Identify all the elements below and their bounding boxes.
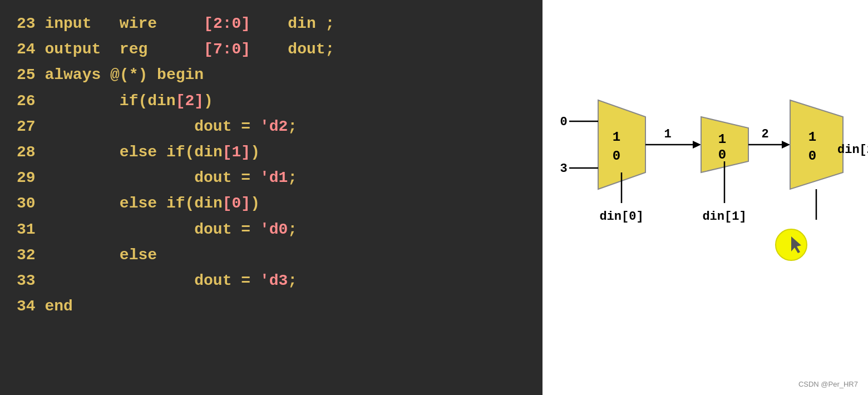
bracket-28: [1] [223, 140, 250, 165]
keyword-wire: wire [120, 11, 157, 37]
line-num-23: 23 [17, 11, 45, 37]
keyword-if-26: if [120, 88, 139, 114]
line-num-27: 27 [17, 114, 45, 140]
code-panel: 23 input wire [2:0] din ; 24 output reg … [0, 0, 542, 395]
keyword-end: end [45, 294, 72, 319]
line-num-33: 33 [17, 268, 45, 294]
line-num-24: 24 [17, 37, 45, 62]
bracket-30: [0] [223, 191, 250, 216]
mux1-bot-label: 0 [613, 149, 620, 164]
label-din1: din[1] [702, 210, 746, 224]
keyword-input: input [45, 11, 91, 37]
label-din2: din[2] [837, 143, 868, 157]
line-num-25: 25 [17, 62, 45, 88]
bracket-23: [2:0] [204, 11, 250, 37]
code-line-25: 25 always @(*) begin [17, 62, 526, 88]
keyword-always: always [45, 62, 101, 88]
code-line-26: 26 if (din [2] ) [17, 88, 526, 114]
keyword-else-30: else [120, 191, 157, 216]
bracket-24: [7:0] [204, 37, 250, 62]
bracket-26: [2] [176, 88, 204, 114]
val-33: 'd3 [260, 268, 288, 294]
wire2-label: 2 [761, 127, 768, 141]
line-num-30: 30 [17, 191, 45, 216]
mux1-top-label: 1 [613, 130, 620, 145]
keyword-reg: reg [120, 37, 147, 62]
keyword-else-32: else [120, 243, 157, 268]
code-line-28: 28 else if (din [1] ) [17, 140, 526, 165]
val-31: 'd0 [260, 217, 288, 243]
keyword-output: output [45, 37, 101, 62]
mux2-top-label: 1 [718, 132, 726, 147]
code-line-31: 31 dout = 'd0 ; [17, 217, 526, 243]
keyword-if-28: if [166, 140, 185, 165]
label-din0: din[0] [599, 210, 643, 224]
code-line-27: 27 dout = 'd2 ; [17, 114, 526, 140]
keyword-else-28: else [120, 140, 157, 165]
arrow2 [782, 141, 790, 149]
watermark-text: CSDN @Per_HR7 [798, 380, 858, 388]
code-line-33: 33 dout = 'd3 ; [17, 268, 526, 294]
line-num-34: 34 [17, 294, 45, 319]
mux3-shape [790, 100, 843, 189]
mux2-bot-label: 0 [718, 147, 726, 162]
mux-diagram: 1 0 0 3 din[0] 1 1 0 din[1] 2 1 0 [542, 0, 868, 395]
mux3-bot-label: 0 [808, 149, 816, 164]
keyword-if-30: if [166, 191, 185, 216]
line-num-32: 32 [17, 243, 45, 268]
label-0: 0 [560, 115, 567, 129]
label-3: 3 [560, 162, 567, 176]
line-num-29: 29 [17, 165, 45, 191]
line-num-28: 28 [17, 140, 45, 165]
code-line-23: 23 input wire [2:0] din ; [17, 11, 526, 37]
code-line-30: 30 else if (din [0] ) [17, 191, 526, 216]
code-line-32: 32 else [17, 243, 526, 268]
keyword-begin: begin [157, 62, 204, 88]
val-29: 'd1 [260, 165, 288, 191]
code-line-24: 24 output reg [7:0] dout; [17, 37, 526, 62]
code-line-29: 29 dout = 'd1 ; [17, 165, 526, 191]
val-27: 'd2 [260, 114, 288, 140]
arrow1 [693, 141, 701, 149]
diagram-panel: 1 0 0 3 din[0] 1 1 0 din[1] 2 1 0 [542, 0, 868, 395]
mux3-top-label: 1 [808, 130, 816, 145]
code-line-34: 34 end [17, 294, 526, 319]
line-num-26: 26 [17, 88, 45, 114]
line-num-31: 31 [17, 217, 45, 243]
wire1-label: 1 [664, 127, 671, 141]
